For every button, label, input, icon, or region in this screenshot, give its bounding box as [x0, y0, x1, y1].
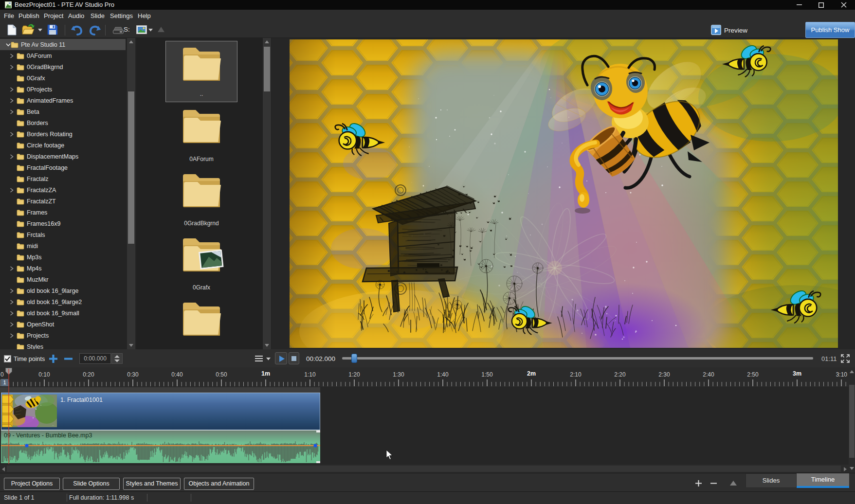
svg-text:2m: 2m [527, 370, 536, 377]
svg-text:3m: 3m [793, 370, 801, 377]
svg-text:0:40: 0:40 [171, 371, 183, 378]
svg-text:..: .. [52, 423, 54, 426]
svg-text:2:10: 2:10 [570, 371, 582, 378]
svg-text:2:30: 2:30 [658, 371, 670, 378]
svg-text:1:10: 1:10 [304, 371, 316, 378]
svg-text:1:40: 1:40 [437, 371, 449, 378]
svg-text:1m: 1m [261, 370, 270, 377]
svg-text:2:40: 2:40 [703, 371, 714, 378]
svg-text:2:50: 2:50 [747, 371, 759, 378]
svg-text:0: 0 [0, 371, 4, 378]
svg-text:0:30: 0:30 [127, 371, 139, 378]
svg-text:0:10: 0:10 [38, 371, 50, 378]
svg-text:0:20: 0:20 [83, 371, 94, 378]
svg-text:0:50: 0:50 [216, 371, 227, 378]
svg-text:1:50: 1:50 [481, 371, 493, 378]
svg-text:2:20: 2:20 [614, 371, 626, 378]
svg-text:3:10: 3:10 [836, 371, 848, 378]
svg-text:1:20: 1:20 [348, 371, 360, 378]
svg-text:1:30: 1:30 [393, 371, 404, 378]
